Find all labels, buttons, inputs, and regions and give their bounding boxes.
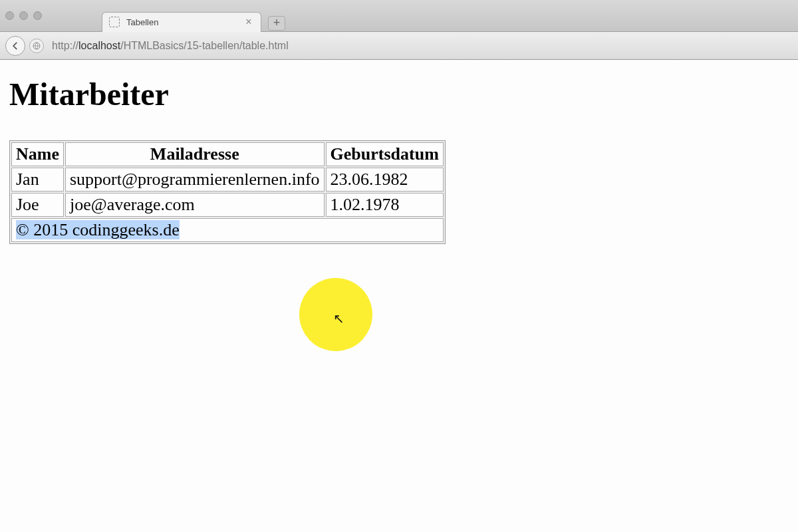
tab-title: Tabellen	[126, 17, 237, 27]
table-row: Joe joe@average.com 1.02.1978	[11, 193, 444, 217]
url-path: /HTMLBasics/15-tabellen/table.html	[120, 40, 289, 52]
table-footer-cell: © 2015 codinggeeks.de	[11, 218, 444, 242]
cell-name: Joe	[11, 193, 64, 217]
cell-dob: 1.02.1978	[326, 193, 444, 217]
address-bar[interactable]: http://localhost/HTMLBasics/15-tabellen/…	[48, 38, 793, 54]
window-close-button[interactable]	[5, 11, 14, 20]
table-header-row: Name Mailadresse Geburtsdatum	[11, 142, 444, 166]
arrow-left-icon	[11, 41, 20, 51]
col-dob: Geburtsdatum	[326, 142, 444, 166]
url-scheme: http://	[52, 40, 78, 52]
tab-close-button[interactable]: ×	[243, 17, 254, 27]
browser-tab-active[interactable]: Tabellen ×	[102, 12, 261, 32]
page-title: Mitarbeiter	[9, 76, 789, 112]
browser-toolbar: http://localhost/HTMLBasics/15-tabellen/…	[0, 32, 798, 60]
cell-name: Jan	[11, 168, 64, 192]
table-row: Jan support@programmierenlernen.info 23.…	[11, 168, 444, 192]
col-name: Name	[11, 142, 64, 166]
cursor-pointer-icon: ↖	[333, 311, 344, 327]
new-tab-button[interactable]: +	[268, 16, 285, 31]
table-footer-row: © 2015 codinggeeks.de	[11, 218, 444, 242]
cursor-highlight-overlay: ↖	[299, 278, 372, 351]
page-viewport: Mitarbeiter Name Mailadresse Geburtsdatu…	[0, 60, 798, 532]
cell-mail: joe@average.com	[65, 193, 325, 217]
window-titlebar: Tabellen × +	[0, 0, 798, 32]
copyright-text: © 2015 codinggeeks.de	[16, 220, 180, 239]
cell-dob: 23.06.1982	[326, 168, 444, 192]
window-minimize-button[interactable]	[19, 11, 28, 20]
cell-mail: support@programmierenlernen.info	[65, 168, 325, 192]
window-controls	[5, 11, 42, 20]
favicon-icon	[109, 17, 120, 27]
window-maximize-button[interactable]	[33, 11, 42, 20]
tab-strip: Tabellen × +	[55, 0, 285, 32]
back-button[interactable]	[5, 36, 25, 56]
col-mail: Mailadresse	[65, 142, 325, 166]
url-host: localhost	[78, 40, 120, 52]
employee-table: Name Mailadresse Geburtsdatum Jan suppor…	[9, 140, 446, 244]
site-identity-icon[interactable]	[29, 39, 44, 53]
globe-icon	[33, 42, 41, 50]
